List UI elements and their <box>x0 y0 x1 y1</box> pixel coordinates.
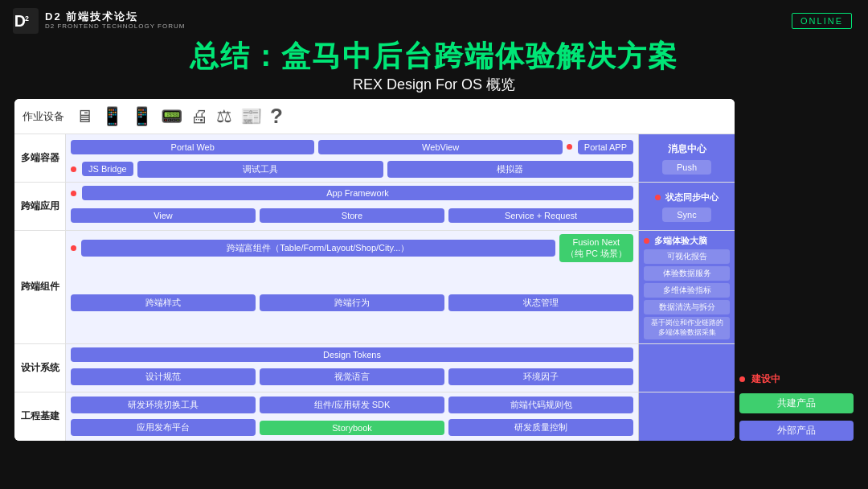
viz-report: 可视化报告 <box>644 249 730 264</box>
push-chip: Push <box>662 160 711 175</box>
row-bottom-chips-multi: JS Bridge 调试工具 模拟器 <box>71 160 633 179</box>
chip-fusion-next: Fusion Next（纯 PC 场景） <box>559 234 633 262</box>
device-row: 作业设备 🖥 📱 📱 📟 🖨 ⚖ 📰 <box>14 99 735 134</box>
logo-text: D2 前端技术论坛 D2 FRONTEND TECHNOLOGY FORUM <box>45 11 185 30</box>
scale-icon: ⚖ <box>216 106 232 127</box>
online-badge: ONLINE <box>792 13 852 29</box>
dot-brain <box>644 238 649 244</box>
chip-visual-lang: 视觉语言 <box>260 368 444 385</box>
row-bottom-cross-comp: 跨端样式 跨端行为 状态管理 <box>71 265 633 340</box>
right-panel: 建设中 共建产品 外部产品 <box>735 99 854 440</box>
right-sync-center: 状态同步中心 Sync <box>638 183 735 230</box>
dot-sync <box>655 195 661 200</box>
top-bar: D 2 D2 前端技术论坛 D2 FRONTEND TECHNOLOGY FOR… <box>0 0 868 37</box>
svg-text:D: D <box>14 12 26 30</box>
multi-exp-collect: 基于岗位和作业链路的多端体验数据采集 <box>644 317 730 339</box>
logo-area: D 2 D2 前端技术论坛 D2 FRONTEND TECHNOLOGY FOR… <box>13 8 185 34</box>
right-bottom-panel: 建设中 共建产品 外部产品 <box>739 132 854 440</box>
chip-dev-quality: 研发质量控制 <box>448 419 633 436</box>
brain-title-row: 多端体验大脑 <box>644 235 730 247</box>
chip-js-bridge-wrap: JS Bridge <box>71 162 133 176</box>
chip-view: View <box>71 208 256 223</box>
row-content-cross-app: App Framework View Store Service + Reque… <box>66 183 638 230</box>
row-label-design: 设计系统 <box>14 344 66 392</box>
chip-emulator: 模拟器 <box>387 161 633 178</box>
row-engineering: 工程基建 研发环境切换工具 组件/应用研发 SDK 前端代码规则包 应用发布平台… <box>14 392 735 441</box>
page-wrapper: D 2 D2 前端技术论坛 D2 FRONTEND TECHNOLOGY FOR… <box>0 0 868 489</box>
chip-env-factor: 环境因子 <box>448 368 633 385</box>
row-bottom-engineering: 应用发布平台 Storybook 研发质量控制 <box>71 418 633 438</box>
device-row-label: 作业设备 <box>23 109 64 124</box>
right-brain: 多端体验大脑 可视化报告 体验数据服务 多维体验指标 数据清洗与拆分 基于岗位和… <box>638 231 735 343</box>
row-content-design: Design Tokens 设计规范 视觉语言 环境因子 <box>66 344 638 392</box>
right-engineering-empty <box>638 392 735 441</box>
chip-webview: WebView <box>318 140 562 154</box>
device-icons: 🖥 📱 📱 📟 🖨 ⚖ 📰 ? <box>76 104 727 129</box>
question-icon: ? <box>270 104 283 129</box>
chip-portal-app-wrap: Portal APP <box>567 140 633 154</box>
building-label: 建设中 <box>751 372 780 386</box>
row-label-multi-container: 多端容器 <box>14 134 66 182</box>
exp-data-service: 体验数据服务 <box>644 266 730 281</box>
tablet-icon: 📱 <box>101 106 123 127</box>
row-content-multi-container: Portal Web WebView Portal APP JS Bridge … <box>66 134 638 182</box>
dot-portal-app <box>567 144 572 150</box>
row-design-system: 设计系统 Design Tokens 设计规范 视觉语言 环境因子 <box>14 344 735 392</box>
chip-app-framework: App Framework <box>82 186 633 200</box>
multi-exp-index: 多维体验指标 <box>644 283 730 298</box>
row-label-engineering: 工程基建 <box>14 392 66 441</box>
msg-center-label: 消息中心 <box>668 142 706 156</box>
print-icon: 📰 <box>240 106 262 127</box>
chip-storybook: Storybook <box>260 421 444 435</box>
app-framework-wrap: App Framework <box>71 186 633 200</box>
dot-js-bridge <box>71 166 76 172</box>
sync-chip: Sync <box>662 208 710 222</box>
chip-portal-app: Portal APP <box>578 140 633 154</box>
row-multi-container: 多端容器 Portal Web WebView Portal APP JS <box>14 134 735 183</box>
row-content-cross-comp: 跨端富组件（Table/Form/Layout/Shop/City...） Fu… <box>66 231 638 343</box>
comp-top-row: 跨端富组件（Table/Form/Layout/Shop/City...） Fu… <box>71 234 633 262</box>
kiosk-icon: 🖨 <box>190 106 208 127</box>
row-bottom-design: 设计规范 视觉语言 环境因子 <box>71 365 633 388</box>
d2-logo-icon: D 2 <box>13 8 39 34</box>
phone-icon: 📱 <box>131 106 153 127</box>
chip-design-tokens: Design Tokens <box>71 347 633 362</box>
btn-external[interactable]: 外部产品 <box>739 421 854 441</box>
row-cross-comp: 跨端组件 跨端富组件（Table/Form/Layout/Shop/City..… <box>14 231 735 343</box>
sub-title: REX Design For OS 概览 <box>0 75 868 94</box>
right-spacer <box>739 99 854 129</box>
chip-state-mgmt: 状态管理 <box>448 294 633 311</box>
btn-co-build[interactable]: 共建产品 <box>739 393 854 413</box>
row-top-chips-multi: Portal Web WebView Portal APP <box>71 138 633 157</box>
dot-app-framework <box>71 191 76 196</box>
row-cross-app: 跨端应用 App Framework View Store Service + … <box>14 183 735 231</box>
row-label-cross-app: 跨端应用 <box>14 183 66 230</box>
sync-center-label: 状态同步中心 <box>665 191 719 203</box>
dot-rich-comp <box>71 245 76 251</box>
monitor-icon: 🖥 <box>76 106 93 127</box>
row-bottom-cross-app: View Store Service + Request <box>71 203 633 227</box>
chip-dev-switch: 研发环境切换工具 <box>71 397 256 413</box>
chip-store: Store <box>260 208 444 223</box>
brain-label: 多端体验大脑 <box>654 235 707 247</box>
right-design-empty <box>638 344 735 392</box>
chip-cross-behavior: 跨端行为 <box>260 294 444 311</box>
main-title: 总结：盒马中后台跨端体验解决方案 <box>0 39 868 73</box>
sync-title-row: 状态同步中心 <box>655 191 719 203</box>
content-area: 作业设备 🖥 📱 📱 📟 🖨 ⚖ 📰 <box>0 99 868 440</box>
design-tokens-wrap: Design Tokens <box>71 347 633 362</box>
chip-cross-style: 跨端样式 <box>71 294 256 311</box>
building-row: 建设中 <box>739 372 854 386</box>
chip-rich-comp: 跨端富组件（Table/Form/Layout/Shop/City...） <box>81 240 555 257</box>
pos-icon: 📟 <box>161 106 182 127</box>
chip-code-rules: 前端代码规则包 <box>448 397 633 413</box>
logo-main-text: D2 前端技术论坛 <box>45 11 185 23</box>
row-content-engineering: 研发环境切换工具 组件/应用研发 SDK 前端代码规则包 应用发布平台 Stor… <box>66 392 638 441</box>
chip-design-spec: 设计规范 <box>71 368 256 385</box>
chip-comp-sdk: 组件/应用研发 SDK <box>260 397 444 413</box>
data-clean: 数据清洗与拆分 <box>644 300 730 314</box>
chip-portal-web: Portal Web <box>71 140 314 154</box>
svg-text:2: 2 <box>25 14 29 23</box>
right-message-center: 消息中心 Push <box>638 134 735 182</box>
chip-js-bridge: JS Bridge <box>82 162 133 176</box>
